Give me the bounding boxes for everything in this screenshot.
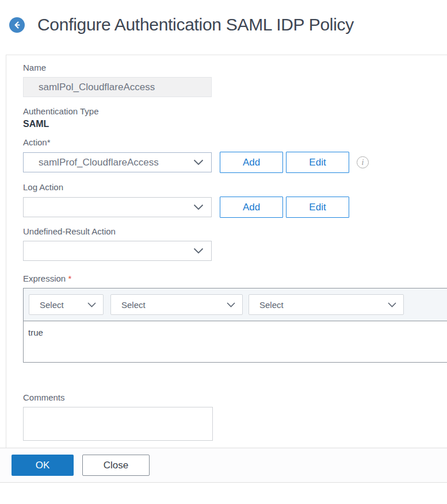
- log-action-select[interactable]: [23, 197, 212, 217]
- log-action-label: Log Action: [23, 182, 447, 192]
- undefined-result-action-select[interactable]: [23, 241, 212, 261]
- action-label: Action*: [23, 137, 447, 147]
- log-action-row: Add Edit: [23, 197, 447, 218]
- expression-select-1-value: Select: [40, 300, 64, 310]
- required-asterisk: *: [68, 274, 71, 283]
- close-button[interactable]: Close: [82, 455, 150, 476]
- action-edit-button[interactable]: Edit: [286, 152, 349, 173]
- expression-toolbar: Select Select Select: [24, 288, 447, 321]
- expression-builder: Select Select Select: [23, 288, 447, 363]
- name-label: Name: [23, 63, 447, 72]
- log-action-edit-button[interactable]: Edit: [286, 197, 349, 218]
- expression-select-1[interactable]: Select: [29, 294, 104, 315]
- action-select[interactable]: samlProf_CloudflareAccess: [23, 152, 212, 172]
- back-button[interactable]: [9, 17, 25, 33]
- chevron-down-icon: [193, 248, 204, 254]
- expression-select-3[interactable]: Select: [249, 294, 404, 315]
- name-value: samlPol_CloudflareAccess: [39, 82, 155, 93]
- comments-label: Comments: [23, 393, 447, 402]
- chevron-down-icon: [193, 159, 204, 166]
- action-select-value: samlProf_CloudflareAccess: [39, 157, 159, 168]
- expression-select-2[interactable]: Select: [110, 294, 243, 315]
- auth-type-value: SAML: [23, 118, 447, 129]
- comments-input[interactable]: [23, 407, 213, 441]
- footer-bar: OK Close: [0, 448, 447, 483]
- expression-editor[interactable]: true: [24, 321, 447, 362]
- action-row: samlProf_CloudflareAccess Add Edit i: [23, 152, 447, 173]
- form-panel: Name samlPol_CloudflareAccess Authentica…: [6, 55, 447, 448]
- expression-select-2-value: Select: [121, 300, 146, 310]
- chevron-down-icon: [87, 302, 96, 307]
- name-input: samlPol_CloudflareAccess: [23, 77, 212, 97]
- arrow-left-icon: [13, 21, 21, 29]
- expression-select-3-value: Select: [259, 300, 284, 310]
- page-title: Configure Authentication SAML IDP Policy: [37, 15, 354, 34]
- expression-label: Expression *: [23, 274, 447, 283]
- chevron-down-icon: [193, 204, 204, 210]
- auth-type-label: Authentication Type: [23, 106, 447, 116]
- chevron-down-icon: [388, 302, 396, 307]
- info-icon[interactable]: i: [357, 156, 369, 168]
- action-add-button[interactable]: Add: [220, 152, 283, 173]
- log-action-add-button[interactable]: Add: [220, 197, 283, 218]
- ok-button[interactable]: OK: [12, 455, 74, 476]
- undefined-result-action-label: Undefined-Result Action: [23, 226, 447, 236]
- page-header: Configure Authentication SAML IDP Policy: [9, 15, 354, 34]
- chevron-down-icon: [227, 302, 235, 307]
